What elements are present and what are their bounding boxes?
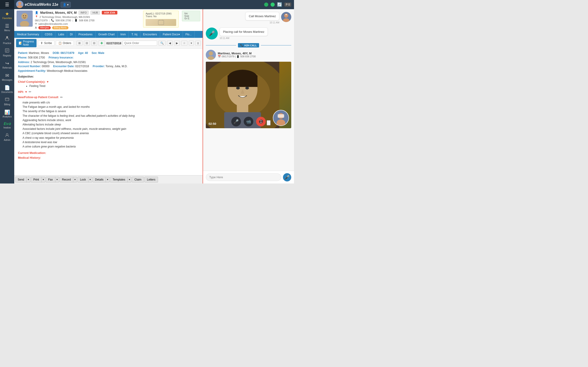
fax-button[interactable]: Fax (46, 177, 55, 183)
note-icon: 📝 (19, 42, 22, 45)
bottom-toolbar: Send ▾ Print ▾ Fax ▾ Record ▾ Lock ▾ Det… (14, 175, 203, 184)
details-group: Details ▾ (93, 177, 110, 183)
next-btn[interactable]: ▶ (174, 41, 180, 46)
tab-di[interactable]: DI (67, 31, 76, 38)
add-order-btn[interactable]: ✚ (99, 40, 105, 46)
allergies-badge[interactable]: Allergies (38, 26, 51, 29)
sidebar-item-menu[interactable]: ☰ Menu (0, 21, 14, 33)
sidebar-item-healow[interactable]: Evɑ healow (0, 120, 14, 131)
record-button[interactable]: Record (60, 177, 73, 183)
details-button[interactable]: Details (93, 177, 106, 183)
placing-time: 10:11 AM (220, 37, 268, 40)
video-expand-button[interactable]: ⊞ (267, 120, 271, 125)
svg-point-9 (17, 5, 23, 8)
prev-btn[interactable]: ◀ (167, 41, 173, 46)
more-options-btn[interactable]: ▾ (189, 41, 194, 46)
print-arrow[interactable]: ▾ (42, 177, 45, 183)
tab-flow[interactable]: Flo... (183, 31, 195, 38)
list-view-btn[interactable]: ⊟ (84, 41, 90, 46)
tab-imm[interactable]: Imm (118, 31, 129, 38)
lock-button[interactable]: Lock (78, 177, 88, 183)
print-button[interactable]: Print (31, 177, 42, 183)
eva-doctor-avatar (281, 12, 291, 22)
tab-cdss[interactable]: CDSS (42, 31, 55, 38)
placing-bubble: Placing call for Moses Martinez (220, 27, 268, 36)
patient-photo-small[interactable] (16, 1, 23, 9)
consult-edit-btn[interactable]: ✏ (60, 95, 63, 100)
sidebar-item-practice[interactable]: Practice (0, 33, 14, 46)
sidebar-item-referrals[interactable]: ↪ Referrals (0, 59, 14, 71)
patient-header: 👤 Martinez, Moses, 40Y, M INFO HUB ASK E… (14, 9, 203, 31)
video-toggle-button[interactable]: 📹 (244, 117, 253, 126)
hpi-dropdown[interactable]: ▾ (25, 90, 27, 94)
tab-patient-docs[interactable]: Patient Docs▾ (160, 31, 183, 38)
svg-rect-15 (158, 20, 164, 25)
star-order-btn[interactable]: ☆ (181, 41, 187, 46)
sync-icon[interactable]: 🔄 (277, 2, 282, 7)
sidebar-item-documents[interactable]: 📄 Documents (0, 83, 14, 95)
sidebar-item-billing[interactable]: Billing (0, 95, 14, 108)
templates-button[interactable]: Templates (110, 177, 128, 183)
svg-point-0 (6, 36, 8, 38)
collapse-btn[interactable]: ⊟ (91, 41, 97, 46)
orders-tab[interactable]: 📋 Orders (56, 41, 74, 46)
nav-tabs: Medical Summary CDSS Labs DI Procedures … (14, 31, 203, 38)
billing-alerts-badge[interactable]: Billing Alerts (52, 26, 68, 29)
eva-mic-send-btn[interactable]: 🎤 (283, 173, 291, 181)
filter-btn[interactable]: ⧖ (195, 41, 201, 46)
scribe-tab[interactable]: 🎙 Scribe (38, 41, 54, 46)
admin-icon (5, 133, 9, 138)
sidebar-item-admin[interactable]: Admin (0, 131, 14, 143)
eva-mic-button[interactable]: 🎤 (206, 27, 218, 40)
eva-panel: Evɑ ⊞ ⛶ ⊟ 🔊 ✕ Call Moses Martinez 10:11 … (203, 0, 294, 184)
sidebar-item-analytics[interactable]: 📊 Analytics (0, 108, 14, 120)
h2h-line-right (261, 45, 291, 45)
hamburger-menu[interactable]: ☰ (0, 0, 14, 9)
sidebar-item-favorites[interactable]: ★ Favorites (0, 9, 14, 21)
h2h-divider: 📞 H2H CALL (206, 43, 291, 48)
tab-growth-chart[interactable]: Growth Chart (95, 31, 118, 38)
claim-button[interactable]: Claim (132, 177, 144, 183)
print-group: Print ▾ (31, 177, 45, 183)
send-arrow[interactable]: ▾ (27, 177, 30, 183)
templates-arrow[interactable]: ▾ (128, 177, 131, 183)
search-btn[interactable]: 🔍 (158, 41, 166, 46)
chief-complaint-dropdown[interactable]: ▾ (47, 80, 48, 83)
h2h-badge: 📞 H2H CALL (238, 43, 259, 48)
medical-history-label: Medical History: (18, 156, 199, 159)
hpi-edit-btn[interactable]: ✏ (28, 90, 32, 94)
tab-procedures[interactable]: Procedures (76, 31, 95, 38)
mute-button[interactable]: 🎤 (231, 117, 241, 126)
tab-labs[interactable]: Labs (55, 31, 67, 38)
send-button[interactable]: Send (15, 177, 27, 183)
templates-group: Templates ▾ (110, 177, 131, 183)
eva-type-input[interactable] (206, 173, 281, 181)
details-arrow[interactable]: ▾ (106, 177, 110, 183)
grid-view-btn[interactable]: ⊞ (77, 41, 82, 46)
fax-arrow[interactable]: ▾ (55, 177, 59, 183)
person-search-btn[interactable]: 👤 ▾ (61, 2, 71, 8)
end-call-button[interactable]: 📵 (256, 117, 266, 126)
progress-note-tab[interactable]: 📝 Progress Note (16, 39, 36, 47)
lock-arrow[interactable]: ▾ (88, 177, 92, 183)
info-button[interactable]: INFO (78, 10, 89, 15)
topbar: eClinicalWorks 11e 👤 ▾ 🔄 P 0 (14, 0, 294, 9)
hub-button[interactable]: HUB (90, 10, 100, 15)
registry-icon (5, 48, 9, 54)
main-area: 👤 Martinez, Moses, 40Y, M INFO HUB ASK E… (14, 9, 203, 184)
referrals-icon: ↪ (5, 60, 9, 66)
tab-encounters[interactable]: Encounters (140, 31, 160, 38)
ask-eva-button[interactable]: ASK EVA (102, 11, 117, 15)
video-controls: 🎤 📹 📵 (231, 117, 266, 126)
sidebar-item-messages[interactable]: ✉ Messages (0, 71, 14, 83)
sidebar-item-registry[interactable]: Registry (0, 46, 14, 59)
tab-t-inj[interactable]: T. Inj (129, 31, 140, 38)
patient-photo (17, 10, 33, 27)
patient-mobile: 508 836 2700 (79, 19, 95, 22)
quick-order-input[interactable] (123, 41, 157, 46)
tab-medical-summary[interactable]: Medical Summary (14, 31, 42, 38)
record-arrow[interactable]: ▾ (73, 177, 77, 183)
status-dot-1 (264, 2, 268, 7)
letters-button[interactable]: Letters (145, 177, 158, 183)
patient-name: Martinez, Moses, 40Y, M (40, 11, 77, 15)
